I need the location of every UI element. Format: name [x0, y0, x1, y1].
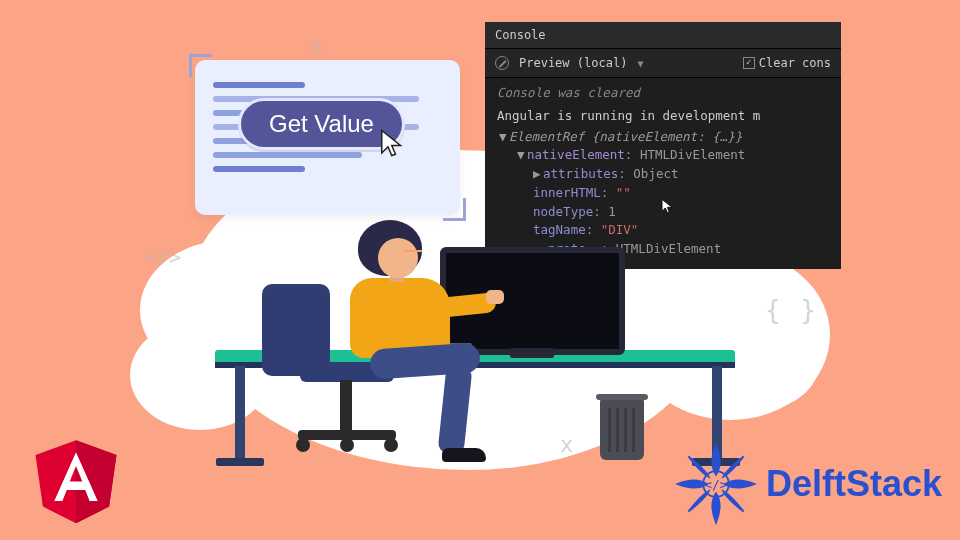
monitor-stand [510, 348, 554, 358]
get-value-button[interactable]: Get Value [238, 98, 405, 150]
developer-illustration [292, 220, 502, 460]
mandala-icon: </> [670, 438, 762, 530]
deco-braces: { } [765, 295, 818, 325]
devtools-console: Console Preview (local) ▼ ✓ Clear cons C… [485, 22, 841, 269]
console-message: Angular is running in development m [493, 105, 833, 128]
console-cleared: Console was cleared [493, 82, 833, 105]
waste-bin [600, 398, 644, 460]
deco-x: x [310, 32, 323, 57]
svg-text:</>: </> [704, 477, 728, 492]
cloud-shape [130, 320, 270, 430]
delftstack-logo: </> DelftStack [670, 438, 942, 530]
console-tab[interactable]: Console [485, 22, 841, 49]
desk-foot [216, 458, 264, 466]
console-object[interactable]: ElementRef {nativeElement: {…}} [509, 129, 742, 144]
deco-x: x [560, 432, 573, 457]
deco-tag: </> [145, 245, 181, 269]
clear-console-label: Clear cons [759, 54, 831, 72]
console-filter[interactable]: Preview (local) [519, 54, 627, 72]
chevron-down-icon[interactable]: ▼ [637, 56, 643, 71]
desk-leg [235, 366, 245, 461]
angular-logo-icon [30, 430, 122, 528]
clear-icon[interactable] [495, 56, 509, 70]
delftstack-text: DelftStack [766, 463, 942, 505]
clear-console-checkbox[interactable]: ✓ Clear cons [743, 54, 831, 72]
